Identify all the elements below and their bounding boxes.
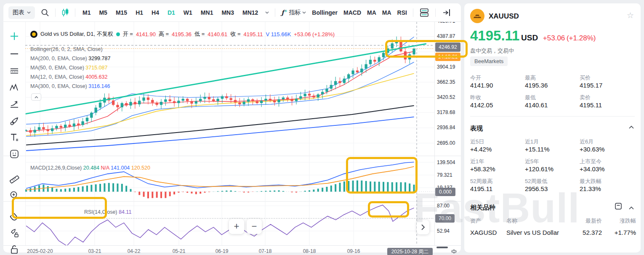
related-title: 相关品种 [470,204,495,212]
tab-timeframe-w1[interactable]: W1 [182,8,194,17]
trendline-tool-icon[interactable] [9,49,19,59]
market-status: 盘中交易，交易中 [470,47,514,55]
indicators-button[interactable]: ƒ+ 指标 [281,9,306,16]
time-tick: 09-16 [347,248,360,254]
tab-timeframe-h1[interactable]: H1 [134,8,144,17]
toolbar-separator [435,8,436,17]
magnet-tool-icon[interactable] [9,212,19,223]
shortcut-ma-2[interactable]: MA [382,9,391,16]
parallel-lines-tool-icon[interactable] [9,66,19,76]
symbol-title: Gold vs US Dollar, D1, 不复权 [40,30,113,38]
axis-scrollbar[interactable] [436,247,448,248]
shortcut-bollinger[interactable]: Bollinger [312,9,338,16]
ma12-legend[interactable]: MA(12, 0, EMA, Close) 4005.632 [30,74,107,80]
gold-bars-icon [470,9,484,23]
search-icon[interactable] [41,8,49,17]
rsi-value: 84.11 [119,209,131,215]
macd-legend[interactable]: MACD(12,26,9,Close) 20.484 N/A 141.004 1… [30,165,150,171]
open-label: 开 = [123,30,133,38]
related-list-icon[interactable] [615,202,622,211]
open-value: 4141.90 [136,31,156,37]
change-value: +53.06 (+1.28%) [294,31,335,37]
price-change: +53.06 [543,34,565,42]
ma300-legend[interactable]: MA(300, 0, EMA, Close) 3116.146 [30,83,110,89]
tab-timeframe-h4[interactable]: H4 [150,8,160,17]
time-tick: 2025-02-20 [27,248,53,254]
cursor-date-badge: 2025-10-28 周二 [387,248,433,255]
ruler-tool-icon[interactable] [9,174,19,184]
zoom-in-button[interactable]: + [229,219,244,234]
bollinger-legend[interactable]: Bollinger(26, 0, 2, SMA, Close) [30,46,103,52]
zoom-in-tool-icon[interactable] [9,190,19,200]
text-tool-icon[interactable] [9,132,19,142]
perf-value: 21.33% [580,185,601,192]
tab-timeframe-mn1[interactable]: MN1 [200,8,215,17]
stat-label: 最低 [525,94,536,101]
shortcut-macd[interactable]: MACD [343,9,361,16]
unlock-tool-icon[interactable] [9,244,19,254]
stat-value: 4195.36 [525,82,548,89]
shortcut-rsi[interactable]: RSI [397,9,407,16]
collapse-related-icon[interactable] [629,205,634,211]
perf-label: 52周最低 [525,178,547,185]
trend-arrow-tool-icon[interactable] [9,99,19,109]
rsi-level-badge: 70.00 [435,214,455,223]
tab-timeframe-mn12[interactable]: MN12 [241,8,259,17]
tab-timeframe-m5[interactable]: M5 [98,8,108,17]
quote-panel: XAUUSD ☆ 4195.11 USD +53.06 (+1.28%) 盘中交… [464,3,641,252]
indicators-label: 指标 [289,9,301,16]
toolbar-separator [55,8,56,17]
market-open-dot-icon [116,32,120,36]
high-value: 4195.36 [172,31,192,37]
shortcut-ma-1[interactable]: MA [367,9,376,16]
favorite-star-icon[interactable]: ☆ [627,11,634,20]
emoji-tool-icon[interactable] [9,149,19,159]
scroll-right-button[interactable] [417,220,429,234]
tab-timeframe-mn3[interactable]: MN3 [220,8,235,17]
perf-value: +120.61% [525,165,554,173]
macd-line-value: 141.004 [111,165,130,171]
chevron-down-icon [27,11,31,14]
macd-signal-value: 120.520 [131,165,150,171]
macd-tick: 139.504 [437,159,455,165]
close-value: 4195.11 [244,31,263,37]
related-row-asset[interactable]: XAGUSD [470,229,497,236]
time-tick: 05-21 [173,248,186,254]
toolbar-separator [413,8,413,17]
zoom-out-button[interactable]: − [247,219,262,234]
chart-type-menu[interactable]: 图表 [8,6,35,19]
collapse-performance-icon[interactable] [629,124,634,130]
brush-tool-icon[interactable] [9,116,19,126]
panel-symbol-title: XAUUSD [489,12,519,21]
tab-timeframe-m15[interactable]: M15 [114,8,128,17]
tab-timeframe-d1[interactable]: D1 [166,8,176,17]
time-axis-settings[interactable] [450,248,458,255]
chevron-down-icon[interactable] [265,11,269,14]
chart-toolbar: 图表 M1 M5 M15 H1 H4 D1 W1 MN1 MN3 MN12 ƒ+… [3,3,461,22]
collapse-legend-button[interactable] [31,93,41,101]
close-label: 收 = [230,30,240,38]
macd-value: 20.484 [83,165,99,171]
time-tick: 06-19 [216,248,229,254]
tab-timeframe-m1[interactable]: M1 [81,8,92,17]
related-row-name[interactable]: Silver vs US Dollar [506,229,559,236]
collapse-panel-icon[interactable] [442,8,452,18]
perf-value: +4.42% [470,146,492,153]
stat-label: 昨收 [470,94,481,101]
stat-value: 4195.11 [580,101,602,109]
ma50-legend[interactable]: MA(50, 0, EMA, Close) 3715.087 [30,65,107,71]
broker-tag[interactable]: BeeMarkets [470,56,508,66]
ma200-legend[interactable]: MA(200, 0, EMA, Close) 3299.787 [30,56,110,61]
perf-label: 最大跌幅 [580,178,601,185]
lock-drawings-tool-icon[interactable] [9,228,19,238]
crosshair-tool-icon[interactable] [9,31,19,41]
perf-value: +15.11% [525,146,550,153]
toolbar-separator [75,8,75,17]
pattern-tool-icon[interactable] [9,82,19,93]
related-row-price: 52.372 [576,229,602,236]
rsi-legend[interactable]: RSI(14,Close) 84.11 [84,209,131,215]
symbol-legend[interactable]: Gold vs US Dollar, D1, 不复权 开 =4141.90 高 … [30,30,335,38]
layout-icon[interactable] [419,8,429,18]
stat-label: 今开 [470,74,481,82]
candlestick-style-icon[interactable] [61,8,69,17]
